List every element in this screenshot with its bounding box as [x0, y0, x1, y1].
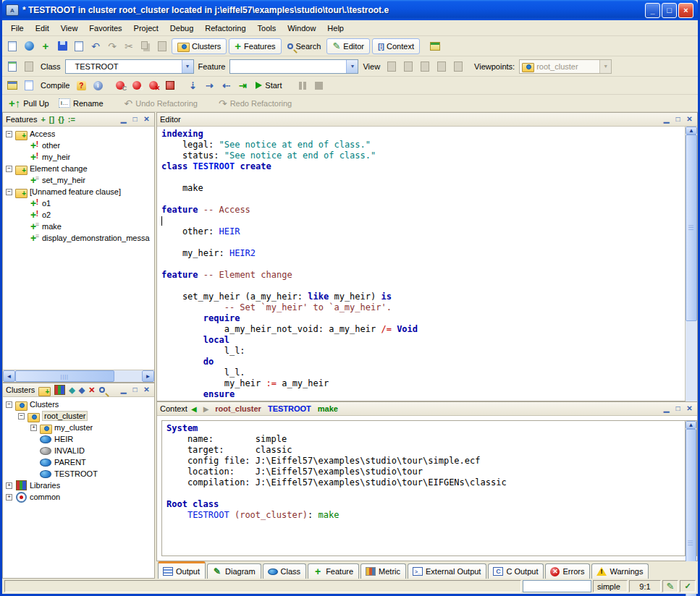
add-class-diamond-icon[interactable]: ◆ — [69, 386, 75, 395]
feature-item-my_heir[interactable]: my_heir — [3, 151, 154, 163]
scroll-up-icon[interactable]: ▲ — [686, 127, 697, 135]
tab-c-output[interactable]: CC Output — [488, 563, 544, 579]
melt-icon[interactable]: C — [113, 78, 127, 93]
context-code-area[interactable]: System name: simple target: classic conf… — [161, 420, 685, 556]
rename-button[interactable]: I… Rename — [55, 97, 107, 109]
scroll-left-icon[interactable]: ◄ — [3, 370, 15, 382]
step-over-icon[interactable]: ⇢ — [202, 78, 216, 93]
collapse-icon[interactable]: − — [6, 401, 12, 408]
context-crumb-class[interactable]: TESTROOT — [268, 404, 311, 413]
feature-item-o1[interactable]: o1 — [3, 197, 154, 209]
info-icon[interactable]: i — [90, 78, 105, 93]
menu-tools[interactable]: Tools — [252, 22, 282, 35]
panel-minimize-icon[interactable]: ▁ — [119, 115, 128, 124]
menu-window[interactable]: Window — [282, 22, 321, 35]
class-combobox[interactable]: TESTROOT ▼ — [65, 59, 194, 74]
collapse-icon[interactable]: − — [18, 413, 25, 420]
external-editor-icon[interactable] — [428, 39, 442, 54]
status-search-input[interactable] — [523, 580, 591, 592]
cluster-item-invalid[interactable]: INVALID — [3, 445, 154, 456]
panel-close-icon[interactable]: ✕ — [142, 386, 151, 395]
tab-class[interactable]: Class — [263, 563, 307, 579]
panel-maximize-icon[interactable]: □ — [673, 404, 683, 414]
vscroll-thumb[interactable]: ||| — [686, 135, 697, 321]
finalize-icon[interactable]: ✕ — [146, 78, 161, 93]
cluster-item-parent[interactable]: PARENT — [3, 456, 154, 468]
feature-item-other[interactable]: other — [3, 140, 154, 151]
expand-icon[interactable]: + — [30, 425, 37, 431]
new-cluster-icon[interactable] — [38, 386, 50, 395]
cluster-item-libraries[interactable]: +Libraries — [3, 480, 154, 491]
features-toggle-button[interactable]: + Features — [229, 38, 281, 54]
menu-project[interactable]: Project — [128, 22, 164, 35]
panel-minimize-icon[interactable]: ▁ — [119, 386, 128, 395]
tab-errors[interactable]: ✕Errors — [545, 563, 590, 579]
cluster-item-heir[interactable]: HEIR — [3, 433, 154, 445]
menu-refactoring[interactable]: Refactoring — [199, 22, 251, 35]
context-crumb-feature[interactable]: make — [318, 404, 338, 413]
history-back-icon[interactable]: ◀ — [191, 405, 197, 413]
compile-label[interactable]: Compile — [38, 81, 72, 90]
send-to-icon[interactable] — [5, 59, 20, 74]
collapse-icon[interactable]: − — [6, 166, 12, 172]
run-to-cursor-icon[interactable]: ⇥ — [235, 78, 250, 93]
menu-debug[interactable]: Debug — [164, 22, 199, 35]
scroll-up-icon[interactable]: ▲ — [686, 421, 696, 429]
panel-close-icon[interactable]: ✕ — [142, 115, 151, 124]
editor-vscrollbar[interactable]: ▲ ||| ▼ — [685, 127, 697, 401]
hscroll-thumb[interactable]: |||| — [15, 370, 114, 382]
pull-up-button[interactable]: +↑ Pull Up — [5, 96, 53, 110]
alphabetical-sort-icon[interactable]: [] — [49, 115, 54, 124]
remove-item-icon[interactable]: ✕ — [88, 386, 95, 395]
tab-warnings[interactable]: Warnings — [591, 563, 649, 579]
panel-minimize-icon[interactable]: ▁ — [662, 404, 671, 414]
panel-close-icon[interactable]: ✕ — [685, 404, 694, 414]
expand-icon[interactable]: + — [6, 494, 12, 501]
save-icon[interactable] — [55, 39, 69, 54]
close-button[interactable]: × — [678, 3, 693, 18]
clusters-toggle-button[interactable]: Clusters — [172, 38, 227, 54]
feature-item-o2[interactable]: o2 — [3, 209, 154, 221]
step-into-icon[interactable]: ⇣ — [185, 78, 200, 93]
cluster-item-common[interactable]: +common — [3, 491, 154, 503]
feature-item--unnamed-feature-clause-[interactable]: −[Unnamed feature clause] — [3, 186, 154, 197]
feature-item-access[interactable]: −Access — [3, 128, 154, 140]
context-crumb-cluster[interactable]: root_cluster — [215, 404, 261, 413]
tab-diagram[interactable]: ✎Diagram — [207, 563, 261, 579]
new-feature-icon[interactable]: + — [41, 115, 45, 124]
cluster-item-testroot[interactable]: TESTROOT — [3, 468, 154, 480]
feature-combobox[interactable]: ▼ — [229, 59, 358, 74]
undo-icon[interactable]: ↶ — [88, 39, 103, 54]
collapse-icon[interactable]: − — [6, 131, 12, 137]
tab-external-output[interactable]: >_External Output — [408, 563, 486, 579]
title-bar[interactable]: A * TESTROOT in cluster root_cluster loc… — [2, 0, 698, 20]
expand-icon[interactable]: + — [6, 482, 12, 489]
clusters-search-icon[interactable] — [99, 387, 105, 393]
chevron-down-icon[interactable]: ▼ — [182, 60, 193, 73]
maximize-button[interactable]: □ — [662, 3, 677, 18]
save-all-icon[interactable] — [72, 39, 86, 54]
open-project-icon[interactable] — [22, 39, 36, 54]
panel-close-icon[interactable]: ✕ — [685, 115, 694, 124]
features-hscrollbar[interactable]: ◄ |||| ► — [3, 370, 154, 382]
editor-toggle-button[interactable]: ✎ Editor — [326, 38, 370, 54]
scroll-right-icon[interactable]: ► — [142, 370, 154, 382]
new-document-icon[interactable] — [5, 39, 20, 54]
panel-minimize-icon[interactable]: ▁ — [662, 115, 671, 124]
collapse-icon[interactable]: − — [6, 189, 12, 195]
freeze-icon[interactable]: ○ — [130, 78, 144, 93]
feature-item-display_demonstration_messa[interactable]: display_demonstration_messa — [3, 232, 154, 244]
editor-code-area[interactable]: indexing legal: "See notice at end of cl… — [157, 127, 685, 401]
precompile-icon[interactable] — [22, 78, 36, 93]
panel-maximize-icon[interactable]: □ — [673, 115, 683, 124]
new-library-icon[interactable] — [54, 386, 65, 395]
cluster-item-root_cluster[interactable]: −root_cluster — [3, 410, 154, 422]
feature-item-element-change[interactable]: −Element change — [3, 163, 154, 174]
feature-item-make[interactable]: make — [3, 221, 154, 232]
panel-maximize-icon[interactable]: □ — [130, 386, 140, 395]
cancel-compile-icon[interactable] — [163, 78, 177, 93]
chevron-down-icon[interactable]: ▼ — [346, 60, 358, 73]
tab-metric[interactable]: Metric — [360, 563, 406, 579]
search-button[interactable]: Search — [284, 41, 325, 52]
tab-feature[interactable]: +Feature — [308, 563, 359, 579]
